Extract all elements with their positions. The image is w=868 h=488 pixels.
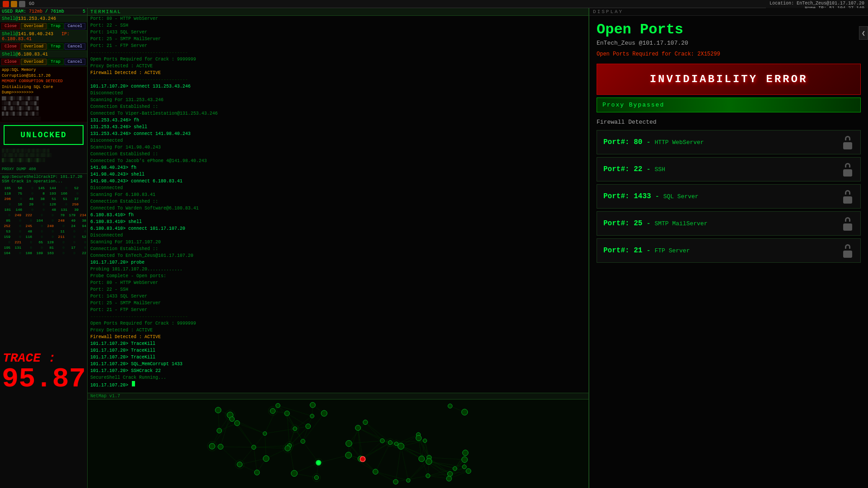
warn-icon[interactable] — [11, 1, 17, 7]
netmap-node[interactable] — [360, 456, 365, 461]
netmap-node[interactable] — [215, 407, 221, 413]
close-button-2[interactable]: Close — [1, 43, 20, 50]
grid-cell: 8 — [35, 191, 45, 196]
netmap-node[interactable] — [285, 411, 289, 416]
netmap-node[interactable] — [416, 435, 421, 441]
netmap-node[interactable] — [346, 441, 352, 447]
netmap-node[interactable] — [466, 469, 471, 474]
gear-icon[interactable] — [19, 1, 25, 7]
netmap-node[interactable] — [293, 427, 297, 431]
netmap-node[interactable] — [448, 404, 453, 409]
netmap-edge — [254, 433, 265, 447]
port-info: Port#: 22 - SSH — [603, 165, 665, 173]
netmap-node[interactable] — [406, 479, 410, 482]
netmap-node[interactable] — [301, 439, 305, 444]
netmap-edge — [237, 423, 265, 433]
netmap-node[interactable] — [291, 470, 298, 477]
netmap-node[interactable] — [270, 409, 275, 414]
netmap-node[interactable] — [229, 417, 234, 422]
netmap-node[interactable] — [419, 456, 425, 462]
netmap-node[interactable] — [237, 462, 243, 467]
trap-button-3[interactable]: Trap — [47, 59, 64, 65]
netmap-node[interactable] — [252, 445, 256, 450]
netmap-node[interactable] — [254, 470, 259, 475]
grid-cell: 0 — [66, 251, 75, 256]
netmap-node[interactable] — [345, 452, 352, 458]
shell-ip-2: Shell@141.98.40.243 IP: 6.180.83.41 — [0, 31, 87, 42]
port-row[interactable]: Port#: 25 - SMTP MailServer — [597, 211, 861, 236]
misc-line3: ▓▒░▒▓▒░▒▓▒░▒▓▒░▒▓▒░▒ — [2, 158, 85, 163]
cancel-button-2[interactable]: Cancel — [65, 43, 85, 50]
netmap-node[interactable] — [321, 410, 327, 416]
grid-cell: 0 — [55, 240, 65, 245]
num-grid: 1855601451440521187508193166020604838515… — [0, 185, 87, 257]
grid-row: 850016402484938 — [1, 218, 86, 223]
netmap-node[interactable] — [355, 425, 361, 431]
collapse-button[interactable]: ❮ — [859, 26, 868, 40]
port-row[interactable]: Port#: 1433 - SQL Server — [597, 184, 861, 209]
netmap-node[interactable] — [217, 428, 222, 433]
port-row[interactable]: Port#: 80 - HTTP WebServer — [597, 130, 861, 154]
grid-cell: 179 — [66, 213, 75, 218]
netmap-node[interactable] — [310, 414, 314, 418]
netmap-node[interactable] — [314, 475, 318, 479]
terminal-line: Port: 80 - HTTP WebServer — [90, 16, 586, 22]
netmap-node[interactable] — [263, 455, 269, 461]
cancel-button-3[interactable]: Cancel — [65, 59, 85, 65]
terminal-line: 101.17.107.20> connect 131.253.43.246 — [90, 83, 586, 90]
grid-cell: 126 — [46, 202, 56, 207]
netmap-edge — [266, 448, 288, 459]
netmap-canvas[interactable] — [88, 400, 588, 487]
netmap-node[interactable] — [285, 446, 290, 451]
netmap-node[interactable] — [462, 409, 468, 415]
grid-cell: 145 — [35, 186, 45, 191]
netmap-node[interactable] — [363, 420, 368, 424]
netmap-node[interactable] — [234, 421, 240, 426]
netmap-node[interactable] — [276, 403, 280, 408]
terminal-line: Proxy Detected : ACTIVE — [90, 327, 586, 334]
grid-row: 185560145144052 — [1, 186, 86, 191]
netmap-node[interactable] — [462, 465, 467, 469]
close-icon[interactable] — [3, 1, 9, 7]
netmap-node[interactable] — [218, 444, 224, 450]
netmap-node[interactable] — [426, 459, 432, 465]
port-row[interactable]: Port#: 22 - SSH — [597, 157, 861, 181]
overload-button-3[interactable]: Overload — [21, 59, 47, 65]
netmap-edge — [429, 461, 450, 474]
netmap-node[interactable] — [398, 443, 404, 449]
netmap-node[interactable] — [447, 476, 452, 481]
terminal-line: Connected To Viper-Battlestation@131.253… — [90, 110, 586, 117]
netmap-node[interactable] — [388, 441, 392, 445]
netmap-node[interactable] — [373, 469, 378, 474]
overload-button-1[interactable]: Overload — [21, 23, 47, 29]
netmap-node[interactable] — [393, 479, 398, 484]
trap-button-2[interactable]: Trap — [47, 43, 64, 50]
netmap-node[interactable] — [310, 402, 315, 408]
port-number: Port#: 1433 — [603, 192, 651, 200]
netmap-node[interactable] — [453, 466, 457, 470]
trap-button-1[interactable]: Trap — [47, 23, 64, 29]
netmap-node[interactable] — [209, 443, 215, 449]
netmap-node[interactable] — [395, 442, 398, 446]
netmap-edge — [358, 428, 383, 441]
memory-small-2: ░▒▒▓░▒▒▓░▒▒▓░▒▒▓░ — [2, 101, 85, 106]
grid-cell: 131 — [57, 207, 67, 213]
terminal-content[interactable]: > connect 51.104.27.140DisconnectedScann… — [88, 16, 588, 390]
overload-button-2[interactable]: Overload — [21, 43, 47, 50]
netmap-node[interactable] — [426, 474, 430, 478]
memory-small-3: ▒▓░▒▓▒░▒▓▒░▒▓▒░▒▓ — [2, 106, 85, 111]
port-info: Port#: 25 - SMTP MailServer — [603, 219, 707, 228]
close-button-3[interactable]: Close — [1, 59, 20, 65]
port-row[interactable]: Port#: 21 - FTP Server — [597, 238, 861, 263]
netmap-node[interactable] — [462, 450, 468, 456]
netmap-node[interactable] — [263, 432, 266, 435]
netmap-node[interactable] — [316, 460, 321, 465]
close-button-1[interactable]: Close — [1, 23, 20, 29]
netmap-node[interactable] — [306, 424, 311, 429]
netmap-node[interactable] — [423, 439, 427, 442]
cancel-button-1[interactable]: Cancel — [65, 23, 85, 29]
netmap-node[interactable] — [462, 457, 467, 463]
netmap-node[interactable] — [380, 439, 385, 443]
netmap-node[interactable] — [448, 471, 453, 476]
lock-icon — [841, 243, 854, 258]
